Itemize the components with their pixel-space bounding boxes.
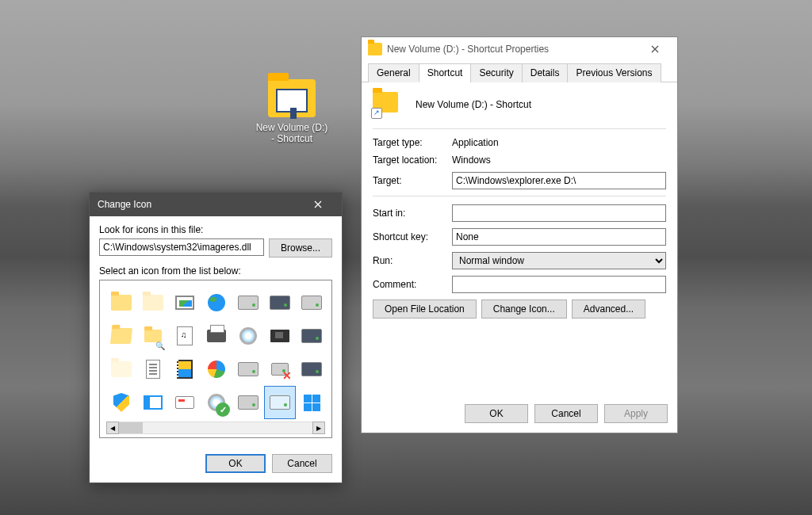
shortcut-large-icon: [373, 92, 401, 117]
icon-drive[interactable]: [233, 287, 263, 319]
icon-chip[interactable]: [265, 320, 295, 352]
target-type-value: Application: [452, 137, 499, 148]
icon-folder-search[interactable]: [138, 320, 168, 352]
select-icon-label: Select an icon from the list below:: [99, 265, 332, 277]
icon-file-path-input[interactable]: [99, 238, 264, 256]
icon-printer[interactable]: [201, 320, 232, 352]
change-icon-button[interactable]: Change Icon...: [481, 299, 567, 319]
icon-card[interactable]: [170, 387, 200, 418]
ok-button[interactable]: OK: [465, 404, 528, 423]
icon-picture[interactable]: [170, 287, 200, 319]
shortcut-name: New Volume (D:) - Shortcut: [416, 99, 531, 110]
change-icon-dialog: Change Icon Look for icons in this file:…: [89, 192, 343, 483]
icon-drive-dark[interactable]: [297, 320, 327, 352]
cancel-button[interactable]: Cancel: [534, 404, 598, 423]
tab-security[interactable]: Security: [470, 63, 522, 82]
icon-shield[interactable]: [106, 387, 136, 418]
icon-drive-2[interactable]: [233, 353, 263, 385]
shortcut-properties-dialog: New Volume (D:) - Shortcut Properties Ge…: [361, 36, 678, 433]
shortcut-folder-icon: [268, 79, 316, 119]
icon-video-file[interactable]: [170, 353, 200, 385]
comment-input[interactable]: [452, 276, 666, 293]
run-label: Run:: [373, 255, 452, 266]
icon-drive-selected[interactable]: [265, 387, 295, 418]
icon-windows[interactable]: [297, 387, 327, 418]
browse-button[interactable]: Browse...: [269, 238, 332, 258]
change-icon-title: Change Icon: [98, 199, 151, 210]
icon-drive-external[interactable]: [265, 287, 295, 319]
ok-button[interactable]: OK: [205, 454, 266, 473]
icon-folder-open[interactable]: [106, 320, 136, 352]
advanced-button[interactable]: Advanced...: [572, 299, 645, 319]
close-button[interactable]: [639, 38, 671, 60]
icon-panel[interactable]: [138, 387, 168, 418]
folder-icon: [368, 43, 382, 55]
run-select[interactable]: Normal window: [452, 252, 666, 269]
comment-label: Comment:: [373, 279, 452, 290]
target-label: Target:: [373, 175, 452, 186]
shortcutkey-input[interactable]: [452, 228, 666, 246]
shortcut-label: New Volume (D:) - Shortcut: [254, 122, 330, 144]
tab-shortcut[interactable]: Shortcut: [419, 63, 472, 82]
open-file-location-button[interactable]: Open File Location: [373, 299, 477, 319]
icon-disc-check[interactable]: [201, 387, 232, 418]
cancel-button[interactable]: Cancel: [272, 454, 332, 473]
properties-tabs: General Shortcut Security Details Previo…: [362, 61, 677, 82]
scroll-thumb[interactable]: [119, 422, 143, 433]
scroll-left-button[interactable]: ◀: [106, 422, 119, 434]
target-location-label: Target location:: [373, 154, 452, 166]
target-location-value: Windows: [452, 154, 491, 166]
tab-previous-versions[interactable]: Previous Versions: [567, 63, 661, 82]
icon-folder-light[interactable]: [138, 287, 168, 319]
icon-drive-4[interactable]: [233, 387, 263, 418]
icon-music-file[interactable]: [170, 320, 200, 352]
tab-general[interactable]: General: [368, 63, 419, 82]
properties-title: New Volume (D:) - Shortcut Properties: [387, 44, 549, 55]
icon-drive-delete[interactable]: [265, 353, 295, 385]
close-button[interactable]: [302, 193, 334, 216]
icon-drive-grey[interactable]: [297, 287, 327, 319]
icon-list-scrollbar[interactable]: ◀ ▶: [106, 422, 325, 434]
properties-titlebar[interactable]: New Volume (D:) - Shortcut Properties: [362, 37, 677, 61]
tab-details[interactable]: Details: [522, 63, 569, 82]
change-icon-titlebar[interactable]: Change Icon: [90, 193, 342, 216]
icon-folder[interactable]: [106, 287, 136, 319]
desktop-shortcut[interactable]: New Volume (D:) - Shortcut: [254, 79, 330, 144]
icon-folder-faint[interactable]: [106, 353, 136, 385]
icon-network-globe[interactable]: [201, 287, 232, 319]
icon-drive-3[interactable]: [297, 353, 327, 385]
target-type-label: Target type:: [373, 137, 452, 148]
icon-list[interactable]: ◀ ▶: [99, 280, 332, 438]
target-input[interactable]: [452, 172, 666, 189]
icon-document[interactable]: [138, 353, 168, 385]
look-for-label: Look for icons in this file:: [99, 224, 332, 235]
icon-chart[interactable]: [201, 353, 232, 385]
startin-input[interactable]: [452, 204, 666, 222]
shortcutkey-label: Shortcut key:: [373, 231, 452, 242]
startin-label: Start in:: [373, 208, 452, 219]
icon-disc[interactable]: [233, 320, 263, 352]
scroll-right-button[interactable]: ▶: [312, 422, 325, 434]
apply-button[interactable]: Apply: [604, 404, 668, 423]
